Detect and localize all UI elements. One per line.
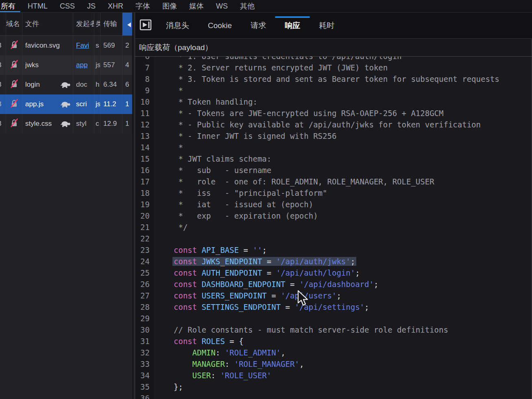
network-main-split: 域名文件发起者类型传输 3favicon.svgFavis56923jwksap… — [0, 13, 532, 399]
code-line-content: const USERS_ENDPOINT = '/api/users'; — [154, 290, 341, 301]
panel-toggle-icon[interactable] — [139, 18, 153, 33]
column-header-transferred[interactable]: 传输 — [100, 13, 122, 35]
line-number: 28 — [135, 301, 154, 313]
line-number: 23 — [135, 244, 154, 256]
highlighted-code: const JWKS_ENDPOINT = '/api/auth/jwks'; — [174, 257, 355, 266]
edge-fragment-text: 3 — [0, 42, 1, 50]
code-line-content: const SETTINGS_ENDPOINT = '/api/settings… — [154, 301, 369, 313]
code-line: 27const USERS_ENDPOINT = '/api/users'; — [135, 290, 532, 301]
line-number: 30 — [135, 324, 154, 335]
filter-tab-ws[interactable]: WS — [210, 0, 233, 12]
insecure-lock-icon — [10, 60, 19, 71]
code-line-content: * JWT claims schema: — [154, 153, 271, 164]
initiator-cell: doc — [73, 75, 94, 94]
line-number: 21 — [135, 221, 154, 233]
column-header-initiator[interactable]: 发起者 — [73, 13, 94, 35]
response-source-viewer[interactable]: 6 * 1. User submits credentials to /api/… — [135, 57, 532, 399]
column-header-type[interactable]: 类型 — [94, 13, 100, 35]
tab-request[interactable]: 请求 — [246, 13, 271, 38]
transferred-cell: 557 — [100, 55, 122, 75]
filter-tab-other[interactable]: 其他 — [234, 0, 260, 12]
tab-headers[interactable]: 消息头 — [161, 13, 194, 38]
request-details-panel: 消息头Cookie请求响应耗时 响应载荷（payload） 6 * 1. Use… — [135, 13, 532, 399]
code-line-content — [154, 313, 174, 324]
line-number: 33 — [135, 358, 154, 370]
code-line: 29 — [135, 313, 532, 324]
code-line: 20 * exp - expiration (epoch) — [135, 210, 532, 221]
code-line: 34 USER: 'ROLE_USER' — [135, 370, 532, 381]
transferred-cell: 6.34 — [100, 75, 122, 94]
filter-tab-html[interactable]: HTML — [22, 0, 53, 12]
request-row-style-css[interactable]: 3style.cssstylc12.91 — [0, 114, 132, 134]
line-number: 9 — [135, 85, 154, 96]
filter-tab-fonts[interactable]: 字体 — [130, 0, 156, 12]
devtools-network-panel: 所有HTMLCSSJSXHR字体图像媒体WS其他 域名文件发起者类型传输 3fa… — [0, 0, 532, 399]
line-number: 27 — [135, 290, 154, 301]
turtle-icon — [60, 121, 73, 127]
insecure-lock-icon — [10, 40, 19, 51]
code-line: 10 * Token handling: — [135, 96, 532, 107]
code-line: 22 — [135, 233, 532, 244]
initiator-cell: scri — [73, 94, 94, 114]
code-line-content: * 1. User submits credentials to /api/au… — [154, 57, 402, 62]
type-cell: h — [94, 75, 100, 94]
code-line-content: }; — [154, 381, 183, 392]
line-number: 16 — [135, 164, 154, 176]
column-header-edge[interactable] — [0, 13, 6, 35]
request-row-app-js[interactable]: 3app.jsscrijs11.21 — [0, 94, 132, 114]
code-line-content: * — [154, 142, 183, 153]
filter-tab-images[interactable]: 图像 — [157, 0, 183, 12]
initiator-link[interactable]: Favi — [76, 42, 89, 50]
line-number: 26 — [135, 278, 154, 290]
code-line: 8 * 3. Token is stored and sent as Beare… — [135, 73, 532, 85]
code-line-content: * sub - username — [154, 164, 271, 176]
tab-response[interactable]: 响应 — [280, 13, 305, 38]
security-state-cell — [6, 114, 22, 134]
column-header-file[interactable]: 文件 — [22, 13, 73, 35]
code-line: 26const DASHBOARD_ENDPOINT = '/api/dashb… — [135, 278, 532, 290]
filter-tab-media[interactable]: 媒体 — [183, 0, 209, 12]
request-row-jwks[interactable]: 3jwksappjs5574 — [0, 55, 132, 75]
request-row-login[interactable]: 3logindoch6.346 — [0, 75, 132, 94]
request-row-favicon[interactable]: 3favicon.svgFavis5692 — [0, 36, 132, 55]
filter-tab-js[interactable]: JS — [81, 0, 101, 12]
request-list-empty-area — [0, 134, 132, 399]
security-state-cell — [6, 36, 22, 55]
code-line: 6 * 1. User submits credentials to /api/… — [135, 57, 532, 62]
security-state-cell — [6, 94, 22, 114]
code-line: 33 MANAGER: 'ROLE_MANAGER', — [135, 358, 532, 370]
line-number: 35 — [135, 381, 154, 392]
code-line-content: MANAGER: 'ROLE_MANAGER', — [154, 358, 304, 370]
initiator-link[interactable]: app — [76, 61, 87, 69]
code-line-content — [154, 392, 174, 399]
code-line-content: const ROLES = { — [154, 335, 244, 347]
code-line: 21 */ — [135, 221, 532, 233]
line-number: 31 — [135, 335, 154, 347]
line-number: 7 — [135, 62, 154, 73]
transferred-cell: 569 — [100, 36, 122, 55]
cell-edge-fragment: 3 — [0, 36, 6, 55]
tab-timings[interactable]: 耗时 — [314, 13, 339, 38]
cell-edge-fragment: 3 — [0, 94, 6, 114]
file-cell: favicon.svg — [22, 36, 73, 55]
tab-cookies[interactable]: Cookie — [203, 13, 237, 38]
filter-tab-all[interactable]: 所有 — [0, 0, 21, 12]
line-number: 8 — [135, 73, 154, 85]
filter-tab-css[interactable]: CSS — [54, 0, 81, 12]
insecure-lock-icon — [10, 118, 19, 129]
size-cell: 1 — [122, 94, 132, 114]
filter-tab-xhr[interactable]: XHR — [102, 0, 129, 12]
response-payload-section-header[interactable]: 响应载荷（payload） — [135, 39, 532, 57]
type-cell: s — [94, 36, 100, 55]
code-line-content: * - Public key available at /api/auth/jw… — [154, 119, 481, 130]
file-name: style.css — [25, 120, 52, 128]
request-list-panel: 域名文件发起者类型传输 3favicon.svgFavis56923jwksap… — [0, 13, 132, 399]
mouse-cursor — [297, 290, 308, 309]
code-line-content: // Role constants - must match server-si… — [154, 324, 448, 335]
column-header-domain[interactable]: 域名 — [6, 13, 22, 35]
line-number: 36 — [135, 392, 154, 399]
panel-splitter[interactable] — [132, 13, 135, 399]
file-cell: login — [22, 75, 73, 94]
code-line: 14 * — [135, 142, 532, 153]
column-header-size[interactable] — [122, 13, 132, 35]
